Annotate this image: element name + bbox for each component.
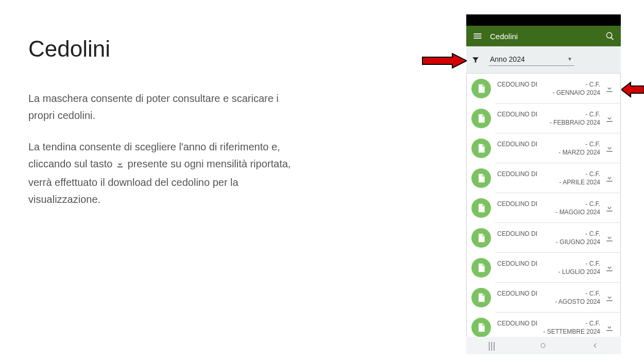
svg-rect-15 bbox=[480, 237, 484, 238]
android-nav-bar: ||| bbox=[466, 337, 621, 354]
back-button[interactable] bbox=[591, 341, 599, 350]
recents-button[interactable]: ||| bbox=[488, 340, 495, 351]
chevron-down-icon: ▼ bbox=[567, 57, 572, 62]
list-item[interactable]: CEDOLINO DI- C.F.- MARZO 2024 bbox=[466, 133, 621, 163]
intro-paragraph-1: La maschera consente di poter consultare… bbox=[28, 90, 301, 124]
download-button[interactable] bbox=[604, 292, 615, 303]
list-item-title: CEDOLINO DI bbox=[497, 230, 537, 237]
doc-icon bbox=[471, 198, 491, 218]
doc-icon bbox=[471, 228, 491, 248]
svg-rect-25 bbox=[480, 329, 484, 329]
svg-rect-16 bbox=[480, 239, 484, 239]
svg-point-27 bbox=[541, 343, 545, 348]
list-item-title: CEDOLINO DI bbox=[497, 200, 537, 208]
payslip-list: CEDOLINO DI- C.F.- GENNAIO 2024CEDOLINO … bbox=[466, 74, 621, 342]
list-item-suffix: - C.F. bbox=[585, 200, 600, 208]
download-button[interactable] bbox=[604, 173, 615, 183]
svg-rect-10 bbox=[480, 179, 484, 180]
doc-icon bbox=[471, 79, 491, 98]
list-item-suffix: - C.F. bbox=[585, 110, 600, 118]
svg-rect-14 bbox=[480, 210, 482, 211]
svg-rect-22 bbox=[480, 299, 484, 299]
list-item[interactable]: CEDOLINO DI- C.F.- LUGLIO 2024 bbox=[466, 253, 621, 283]
list-item[interactable]: CEDOLINO DI- C.F.- GENNAIO 2024 bbox=[466, 74, 621, 104]
list-item-text: CEDOLINO DI- C.F.- LUGLIO 2024 bbox=[497, 260, 600, 276]
list-item-title: CEDOLINO DI bbox=[497, 111, 537, 118]
intro-paragraph-2: La tendina consente di scegliere l'anno … bbox=[28, 139, 301, 208]
svg-rect-20 bbox=[480, 270, 482, 270]
list-item-text: CEDOLINO DI- C.F.- MARZO 2024 bbox=[497, 140, 600, 157]
download-button[interactable] bbox=[604, 233, 615, 243]
download-button[interactable] bbox=[604, 113, 615, 124]
download-button[interactable] bbox=[604, 322, 615, 333]
home-button[interactable] bbox=[539, 341, 547, 350]
list-item-text: CEDOLINO DI- C.F.- GENNAIO 2024 bbox=[497, 80, 600, 97]
download-button[interactable] bbox=[604, 203, 615, 213]
list-item-title: CEDOLINO DI bbox=[497, 170, 537, 178]
list-item-period: - GIUGNO 2024 bbox=[497, 238, 600, 246]
svg-marker-28 bbox=[422, 54, 467, 68]
svg-rect-4 bbox=[480, 119, 484, 120]
doc-icon bbox=[471, 288, 491, 307]
download-button[interactable] bbox=[604, 143, 615, 153]
list-item-title: CEDOLINO DI bbox=[497, 81, 537, 88]
doc-icon bbox=[471, 318, 491, 337]
list-item-text: CEDOLINO DI- C.F.- FEBBRAIO 2024 bbox=[497, 110, 600, 127]
list-item-period: - SETTEMBRE 2024 bbox=[497, 327, 600, 336]
list-item-suffix: - C.F. bbox=[585, 80, 600, 89]
app-bar: Cedolini bbox=[466, 26, 621, 46]
list-item-title: CEDOLINO DI bbox=[497, 141, 537, 148]
list-item-suffix: - C.F. bbox=[585, 319, 600, 327]
list-item-suffix: - C.F. bbox=[585, 140, 600, 148]
svg-rect-13 bbox=[480, 209, 484, 210]
svg-rect-7 bbox=[480, 149, 484, 150]
list-item-title: CEDOLINO DI bbox=[497, 290, 537, 297]
list-item[interactable]: CEDOLINO DI- C.F.- GIUGNO 2024 bbox=[466, 223, 621, 253]
search-icon[interactable] bbox=[605, 31, 615, 41]
list-item-text: CEDOLINO DI- C.F.- MAGGIO 2024 bbox=[497, 200, 600, 216]
download-icon bbox=[115, 157, 125, 174]
svg-rect-0 bbox=[480, 88, 484, 89]
svg-rect-5 bbox=[480, 120, 482, 121]
list-item-period: - LUGLIO 2024 bbox=[497, 268, 600, 276]
list-item-period: - AGOSTO 2024 bbox=[497, 298, 600, 306]
download-button[interactable] bbox=[604, 83, 615, 94]
app-bar-title: Cedolini bbox=[490, 32, 518, 41]
list-item-suffix: - C.F. bbox=[585, 170, 600, 178]
list-item[interactable]: CEDOLINO DI- C.F.- MAGGIO 2024 bbox=[466, 193, 621, 223]
doc-icon bbox=[471, 258, 491, 278]
callout-arrow-left bbox=[421, 51, 467, 70]
list-item-text: CEDOLINO DI- C.F.- SETTEMBRE 2024 bbox=[497, 319, 600, 336]
svg-rect-19 bbox=[480, 269, 484, 269]
callout-arrow-right bbox=[621, 80, 644, 99]
list-item[interactable]: CEDOLINO DI- C.F.- AGOSTO 2024 bbox=[466, 283, 621, 313]
list-item[interactable]: CEDOLINO DI- C.F.- FEBBRAIO 2024 bbox=[466, 104, 621, 133]
filter-bar: Anno 2024 ▼ bbox=[466, 46, 621, 74]
page-title: Cedolini bbox=[28, 36, 301, 62]
list-item[interactable]: CEDOLINO DI- C.F.- APRILE 2024 bbox=[466, 163, 621, 193]
list-item-text: CEDOLINO DI- C.F.- APRILE 2024 bbox=[497, 170, 600, 186]
filter-icon[interactable] bbox=[471, 56, 480, 64]
list-item-period: - FEBBRAIO 2024 bbox=[497, 118, 600, 127]
svg-rect-1 bbox=[480, 90, 484, 90]
svg-rect-6 bbox=[480, 148, 484, 148]
list-item-title: CEDOLINO DI bbox=[497, 260, 537, 267]
svg-rect-24 bbox=[480, 327, 484, 327]
list-item-period: - MAGGIO 2024 bbox=[497, 208, 600, 216]
year-dropdown[interactable]: Anno 2024 ▼ bbox=[489, 54, 574, 66]
list-item-title: CEDOLINO DI bbox=[497, 320, 537, 327]
svg-rect-8 bbox=[480, 150, 482, 151]
svg-rect-9 bbox=[480, 178, 484, 178]
doc-icon bbox=[471, 109, 491, 128]
list-item-period: - GENNAIO 2024 bbox=[497, 89, 600, 97]
list-item-suffix: - C.F. bbox=[585, 230, 600, 238]
doc-icon bbox=[471, 139, 491, 158]
svg-rect-11 bbox=[480, 180, 482, 181]
doc-icon bbox=[471, 168, 491, 188]
menu-icon[interactable] bbox=[472, 31, 483, 41]
svg-rect-2 bbox=[480, 91, 482, 91]
list-item-text: CEDOLINO DI- C.F.- AGOSTO 2024 bbox=[497, 289, 600, 306]
download-button[interactable] bbox=[604, 263, 615, 273]
svg-rect-21 bbox=[480, 297, 484, 298]
list-item-suffix: - C.F. bbox=[585, 260, 600, 268]
